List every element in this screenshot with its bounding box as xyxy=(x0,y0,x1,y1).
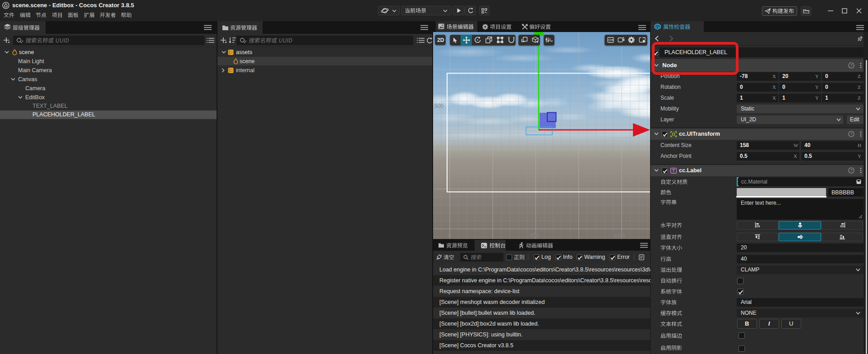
svg-text:Enter text here...: Enter text here... xyxy=(528,129,553,133)
svg-text:?: ? xyxy=(850,63,853,68)
svg-text:0: 0 xyxy=(448,233,451,239)
svg-text:500: 500 xyxy=(434,103,443,109)
svg-text:?: ? xyxy=(850,168,853,173)
svg-text:?: ? xyxy=(850,132,853,136)
svg-text:500: 500 xyxy=(530,233,539,239)
svg-text:1000: 1000 xyxy=(614,233,626,239)
svg-text:0: 0 xyxy=(434,185,437,191)
